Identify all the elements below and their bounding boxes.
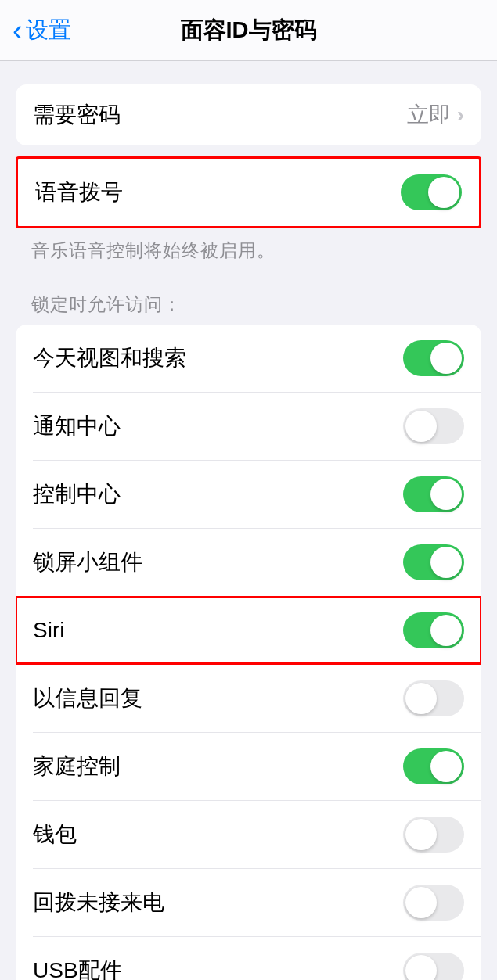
lock-access-row: 钱包 — [16, 801, 481, 868]
toggle-knob — [405, 955, 437, 980]
lock-access-label: Siri — [33, 618, 64, 643]
lock-access-toggle[interactable] — [403, 817, 464, 853]
require-passcode-label: 需要密码 — [33, 100, 121, 130]
toggle-knob — [428, 177, 459, 208]
back-button[interactable]: ‹ 设置 — [13, 15, 71, 46]
lock-access-toggle[interactable] — [403, 953, 464, 980]
lock-access-toggle[interactable] — [403, 748, 464, 784]
toggle-knob — [405, 819, 437, 850]
lock-access-row: 家庭控制 — [16, 733, 481, 800]
lock-access-label: 以信息回复 — [33, 684, 142, 713]
navigation-header: ‹ 设置 面容ID与密码 — [0, 0, 497, 61]
toggle-knob — [430, 343, 462, 374]
lock-access-row: Siri — [16, 597, 481, 664]
lock-access-toggle[interactable] — [403, 612, 464, 648]
voice-dial-label: 语音拨号 — [35, 178, 123, 207]
lock-access-row: 锁屏小组件 — [16, 529, 481, 596]
voice-dial-footer: 音乐语音控制将始终被启用。 — [0, 228, 497, 263]
back-label: 设置 — [26, 15, 71, 46]
lock-access-label: 家庭控制 — [33, 752, 121, 781]
voice-dial-section: 语音拨号 — [16, 156, 481, 228]
toggle-knob — [430, 615, 462, 646]
row-value-container: 立即 › — [407, 100, 464, 130]
lock-access-toggle[interactable] — [403, 885, 464, 921]
page-title: 面容ID与密码 — [181, 15, 317, 46]
lock-access-toggle[interactable] — [403, 680, 464, 716]
lock-access-row: USB配件 — [16, 937, 481, 980]
lock-access-section: 今天视图和搜索通知中心控制中心锁屏小组件Siri以信息回复家庭控制钱包回拨未接来… — [16, 325, 481, 980]
lock-access-toggle[interactable] — [403, 408, 464, 444]
voice-dial-row: 语音拨号 — [18, 159, 479, 226]
toggle-knob — [430, 751, 462, 782]
chevron-right-icon: › — [457, 102, 464, 127]
lock-access-label: USB配件 — [33, 956, 122, 980]
require-passcode-value: 立即 — [407, 100, 451, 130]
passcode-section: 需要密码 立即 › — [16, 84, 481, 145]
require-passcode-row[interactable]: 需要密码 立即 › — [16, 84, 481, 145]
lock-access-label: 回拨未接来电 — [33, 888, 164, 917]
lock-access-row: 通知中心 — [16, 393, 481, 460]
toggle-knob — [405, 683, 437, 714]
lock-access-label: 控制中心 — [33, 479, 121, 509]
toggle-knob — [430, 479, 462, 510]
lock-access-label: 锁屏小组件 — [33, 547, 142, 577]
lock-access-toggle[interactable] — [403, 476, 464, 512]
lock-access-toggle[interactable] — [403, 544, 464, 580]
lock-access-label: 钱包 — [33, 820, 77, 849]
lock-access-toggle[interactable] — [403, 340, 464, 376]
chevron-left-icon: ‹ — [13, 16, 23, 45]
lock-access-row: 回拨未接来电 — [16, 869, 481, 936]
toggle-knob — [405, 887, 437, 918]
voice-dial-toggle[interactable] — [401, 174, 462, 210]
lock-access-label: 通知中心 — [33, 411, 121, 441]
lock-access-row: 以信息回复 — [16, 665, 481, 732]
toggle-knob — [405, 411, 437, 442]
lock-access-header: 锁定时允许访问： — [0, 263, 497, 325]
lock-access-row: 控制中心 — [16, 461, 481, 528]
lock-access-label: 今天视图和搜索 — [33, 343, 186, 373]
lock-access-row: 今天视图和搜索 — [16, 325, 481, 392]
toggle-knob — [430, 547, 462, 578]
